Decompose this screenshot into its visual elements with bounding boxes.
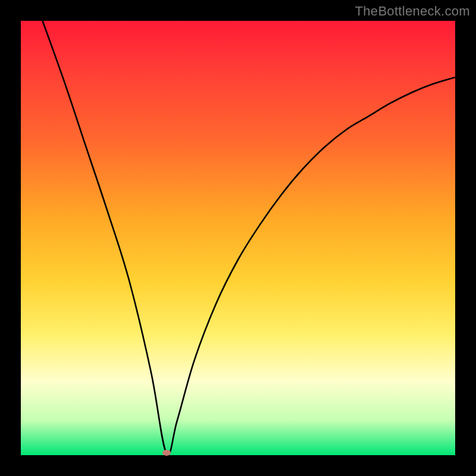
- plot-area: [21, 21, 455, 455]
- watermark-text: TheBottleneck.com: [355, 4, 470, 19]
- optimal-point-marker: [162, 450, 171, 456]
- bottleneck-curve: [21, 21, 455, 455]
- chart-frame: TheBottleneck.com: [0, 0, 476, 476]
